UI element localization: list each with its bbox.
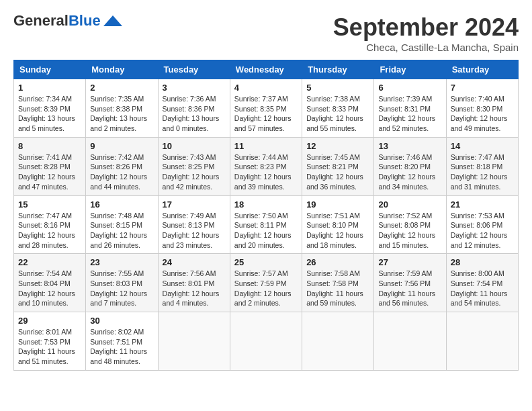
calendar-day-4: 4 Sunrise: 7:37 AM Sunset: 8:35 PM Dayli… [230,79,302,138]
title-area: September 2024 Checa, Castille-La Mancha… [333,13,519,53]
calendar-day-6: 6 Sunrise: 7:39 AM Sunset: 8:31 PM Dayli… [374,79,446,138]
day-number: 3 [163,83,226,93]
calendar-week-3: 15 Sunrise: 7:47 AM Sunset: 8:16 PM Dayl… [14,195,519,254]
calendar-day-1: 1 Sunrise: 7:34 AM Sunset: 8:39 PM Dayli… [14,79,86,138]
calendar-day-25: 25 Sunrise: 7:57 AM Sunset: 7:59 PM Dayl… [230,254,302,312]
day-info: Sunrise: 7:56 AM Sunset: 8:01 PM Dayligh… [163,269,220,307]
calendar-day-5: 5 Sunrise: 7:38 AM Sunset: 8:33 PM Dayli… [302,79,374,138]
day-number: 22 [18,257,81,267]
day-info: Sunrise: 7:35 AM Sunset: 8:38 PM Dayligh… [90,95,147,132]
day-number: 25 [234,257,298,267]
day-info: Sunrise: 8:01 AM Sunset: 7:53 PM Dayligh… [18,328,75,365]
day-number: 11 [234,141,298,151]
day-info: Sunrise: 7:58 AM Sunset: 7:58 PM Dayligh… [306,269,363,307]
calendar-day-19: 19 Sunrise: 7:51 AM Sunset: 8:10 PM Dayl… [302,195,374,254]
day-info: Sunrise: 8:02 AM Sunset: 7:51 PM Dayligh… [90,328,147,365]
empty-cell [374,312,446,371]
day-number: 14 [451,141,514,151]
day-info: Sunrise: 7:49 AM Sunset: 8:13 PM Dayligh… [163,212,220,249]
day-info: Sunrise: 7:47 AM Sunset: 8:18 PM Dayligh… [451,153,508,191]
day-number: 21 [451,199,514,210]
day-info: Sunrise: 7:54 AM Sunset: 8:04 PM Dayligh… [18,269,75,307]
day-number: 1 [18,83,81,93]
empty-cell [446,312,518,371]
calendar-day-10: 10 Sunrise: 7:43 AM Sunset: 8:25 PM Dayl… [158,137,230,195]
day-number: 15 [18,199,81,210]
day-info: Sunrise: 7:50 AM Sunset: 8:11 PM Dayligh… [234,212,292,249]
calendar-week-2: 8 Sunrise: 7:41 AM Sunset: 8:28 PM Dayli… [14,137,519,195]
calendar-day-30: 30 Sunrise: 8:02 AM Sunset: 7:51 PM Dayl… [86,312,158,371]
calendar-day-21: 21 Sunrise: 7:53 AM Sunset: 8:06 PM Dayl… [446,195,518,254]
day-number: 2 [90,83,153,93]
calendar-day-24: 24 Sunrise: 7:56 AM Sunset: 8:01 PM Dayl… [158,254,230,312]
calendar-week-5: 29 Sunrise: 8:01 AM Sunset: 7:53 PM Dayl… [14,312,519,371]
day-info: Sunrise: 7:46 AM Sunset: 8:20 PM Dayligh… [378,153,435,191]
empty-cell [230,312,302,371]
calendar-day-8: 8 Sunrise: 7:41 AM Sunset: 8:28 PM Dayli… [14,137,86,195]
calendar-day-2: 2 Sunrise: 7:35 AM Sunset: 8:38 PM Dayli… [86,79,158,138]
day-info: Sunrise: 7:51 AM Sunset: 8:10 PM Dayligh… [306,212,363,249]
weekday-header-friday: Friday [374,60,446,79]
calendar-day-13: 13 Sunrise: 7:46 AM Sunset: 8:20 PM Dayl… [374,137,446,195]
calendar-day-20: 20 Sunrise: 7:52 AM Sunset: 8:08 PM Dayl… [374,195,446,254]
day-info: Sunrise: 7:39 AM Sunset: 8:31 PM Dayligh… [378,95,435,132]
day-number: 13 [378,141,441,151]
calendar-day-23: 23 Sunrise: 7:55 AM Sunset: 8:03 PM Dayl… [86,254,158,312]
day-number: 16 [90,199,153,210]
day-info: Sunrise: 7:38 AM Sunset: 8:33 PM Dayligh… [306,95,363,132]
calendar-day-18: 18 Sunrise: 7:50 AM Sunset: 8:11 PM Dayl… [230,195,302,254]
weekday-header-sunday: Sunday [14,60,86,79]
day-info: Sunrise: 7:42 AM Sunset: 8:26 PM Dayligh… [90,153,147,191]
logo-text: GeneralBlue [13,13,101,28]
day-number: 8 [18,141,81,151]
calendar-week-4: 22 Sunrise: 7:54 AM Sunset: 8:04 PM Dayl… [14,254,519,312]
day-info: Sunrise: 8:00 AM Sunset: 7:54 PM Dayligh… [451,269,508,307]
month-title: September 2024 [333,13,519,42]
day-number: 17 [163,199,226,210]
calendar-day-29: 29 Sunrise: 8:01 AM Sunset: 7:53 PM Dayl… [14,312,86,371]
logo: GeneralBlue [13,13,122,28]
calendar-day-17: 17 Sunrise: 7:49 AM Sunset: 8:13 PM Dayl… [158,195,230,254]
calendar-day-22: 22 Sunrise: 7:54 AM Sunset: 8:04 PM Dayl… [14,254,86,312]
weekday-header-thursday: Thursday [302,60,374,79]
calendar-header-row: SundayMondayTuesdayWednesdayThursdayFrid… [14,60,519,79]
svg-marker-0 [103,15,122,26]
weekday-header-monday: Monday [86,60,158,79]
weekday-header-tuesday: Tuesday [158,60,230,79]
day-info: Sunrise: 7:53 AM Sunset: 8:06 PM Dayligh… [451,212,508,249]
day-number: 20 [378,199,441,210]
calendar-day-9: 9 Sunrise: 7:42 AM Sunset: 8:26 PM Dayli… [86,137,158,195]
calendar-day-12: 12 Sunrise: 7:45 AM Sunset: 8:21 PM Dayl… [302,137,374,195]
day-info: Sunrise: 7:47 AM Sunset: 8:16 PM Dayligh… [18,212,75,249]
day-number: 28 [451,257,514,267]
day-info: Sunrise: 7:34 AM Sunset: 8:39 PM Dayligh… [18,95,75,132]
day-info: Sunrise: 7:43 AM Sunset: 8:25 PM Dayligh… [163,153,220,191]
day-number: 24 [163,257,226,267]
day-number: 10 [163,141,226,151]
day-info: Sunrise: 7:44 AM Sunset: 8:23 PM Dayligh… [234,153,292,191]
day-number: 6 [378,83,441,93]
weekday-header-wednesday: Wednesday [230,60,302,79]
calendar-day-26: 26 Sunrise: 7:58 AM Sunset: 7:58 PM Dayl… [302,254,374,312]
calendar-week-1: 1 Sunrise: 7:34 AM Sunset: 8:39 PM Dayli… [14,79,519,138]
day-info: Sunrise: 7:36 AM Sunset: 8:36 PM Dayligh… [163,95,220,132]
day-info: Sunrise: 7:52 AM Sunset: 8:08 PM Dayligh… [378,212,435,249]
calendar-day-7: 7 Sunrise: 7:40 AM Sunset: 8:30 PM Dayli… [446,79,518,138]
day-info: Sunrise: 7:40 AM Sunset: 8:30 PM Dayligh… [451,95,508,132]
page-header: GeneralBlue September 2024 Checa, Castil… [13,13,519,53]
weekday-header-saturday: Saturday [446,60,518,79]
logo-icon [103,15,122,26]
day-number: 12 [306,141,369,151]
location: Checa, Castille-La Mancha, Spain [333,42,519,53]
day-number: 27 [378,257,441,267]
day-info: Sunrise: 7:57 AM Sunset: 7:59 PM Dayligh… [234,269,292,307]
calendar-day-14: 14 Sunrise: 7:47 AM Sunset: 8:18 PM Dayl… [446,137,518,195]
calendar-day-11: 11 Sunrise: 7:44 AM Sunset: 8:23 PM Dayl… [230,137,302,195]
calendar-day-27: 27 Sunrise: 7:59 AM Sunset: 7:56 PM Dayl… [374,254,446,312]
day-info: Sunrise: 7:59 AM Sunset: 7:56 PM Dayligh… [378,269,435,307]
day-info: Sunrise: 7:48 AM Sunset: 8:15 PM Dayligh… [90,212,147,249]
day-info: Sunrise: 7:37 AM Sunset: 8:35 PM Dayligh… [234,95,292,132]
calendar-day-3: 3 Sunrise: 7:36 AM Sunset: 8:36 PM Dayli… [158,79,230,138]
day-info: Sunrise: 7:41 AM Sunset: 8:28 PM Dayligh… [18,153,75,191]
day-number: 29 [18,316,81,326]
